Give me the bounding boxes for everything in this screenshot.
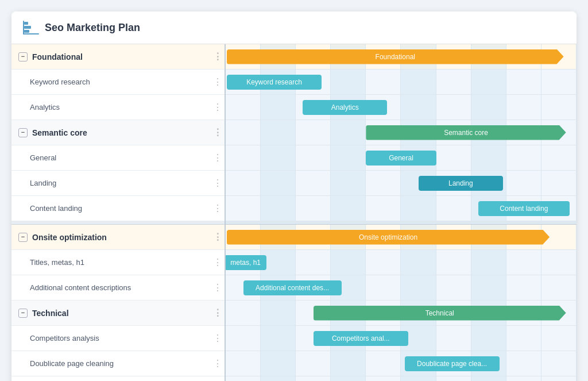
app-header: Seo Marketing Plan [11,11,577,44]
grid-line [436,196,471,221]
grid-line [331,376,366,381]
bar-keyword-research[interactable]: Keyword research [227,75,322,90]
dots-onsite[interactable]: ⋮ [211,232,225,243]
grid-line [471,145,506,170]
grid-line [541,145,577,170]
collapse-semantic-core[interactable]: − [18,128,28,137]
gantt-right-panel: Foundational Keyword r [226,44,577,381]
grid-line [541,250,577,275]
grid-line [261,95,296,120]
grid-line [436,70,471,94]
gantt-row-analytics: Analytics [226,95,577,120]
dots-additional-content[interactable]: ⋮ [211,282,225,293]
grid-lines [226,95,577,120]
grid-line [401,196,436,221]
grid-line [331,250,366,275]
row-semantic-core: − Semantic core ⋮ [11,120,225,145]
bar-content-landing[interactable]: Content landing [478,201,570,216]
dots-competitors-analysis[interactable]: ⋮ [211,333,225,344]
grid-line [401,95,436,120]
row-analytics: Analytics ⋮ [11,95,225,120]
label-onsite-optimization: Onsite optimization [32,233,211,242]
dots-foundational[interactable]: ⋮ [211,51,225,62]
label-analytics: Analytics [30,103,211,111]
row-general: General ⋮ [11,145,225,171]
grid-lines [226,376,577,381]
bar-additional-content[interactable]: Additional content des... [243,280,342,295]
grid-line [506,326,541,351]
grid-line [506,70,541,94]
collapse-onsite[interactable]: − [18,233,28,242]
bar-semantic-core[interactable]: Semantic core [366,125,566,140]
collapse-foundational[interactable]: − [18,52,28,61]
dots-technical[interactable]: ⋮ [211,307,225,318]
bar-onsite-optimization[interactable]: Onsite optimization [227,230,550,245]
grid-line [506,275,541,300]
dots-doublicate-page[interactable]: ⋮ [211,358,225,369]
grid-line [226,351,261,376]
grid-line [331,120,366,145]
grid-line [506,145,541,170]
grid-line [226,95,261,120]
svg-rect-3 [23,21,24,34]
bar-landing[interactable]: Landing [419,176,503,191]
grid-line [296,120,331,145]
bar-foundational[interactable]: Foundational [227,49,564,64]
grid-line [366,376,401,381]
grid-line [296,145,331,170]
grid-line [226,171,261,195]
bar-doublicate-page[interactable]: Doublicate page clea... [405,356,500,371]
bar-general[interactable]: General [366,151,436,166]
row-additional-content: Additional content descriptions ⋮ [11,275,225,301]
dots-keyword-research[interactable]: ⋮ [211,76,225,87]
svg-rect-2 [24,30,29,33]
grid-line [296,171,331,195]
grid-line [471,95,506,120]
gantt-row-foundational: Foundational [226,44,577,70]
app-container: Seo Marketing Plan − Foundational ⋮ Keyw… [11,11,577,381]
row-titles-metas: Titles, metas, h1 ⋮ [11,250,225,275]
grid-line [366,171,401,195]
bar-competitors-analysis[interactable]: Competitors anal... [314,331,408,346]
svg-rect-1 [24,26,31,29]
gantt-row-general: General [226,145,577,171]
grid-line [401,275,436,300]
label-competitors-analysis: Competitors analysis [30,334,211,342]
gantt-row-technical: Technical [226,301,577,326]
grid-line [226,376,261,381]
grid-line [366,196,401,221]
left-panel: − Foundational ⋮ Keyword research ⋮ Anal… [11,44,226,381]
dots-landing[interactable]: ⋮ [211,178,225,188]
grid-line [436,376,471,381]
grid-line [226,196,261,221]
row-robots-txt: Robots.txt ⋮ [11,376,225,381]
grid-line [401,376,436,381]
grid-line [471,250,506,275]
dots-content-landing[interactable]: ⋮ [211,203,225,214]
label-foundational: Foundational [32,52,211,61]
row-competitors-analysis: Competitors analysis ⋮ [11,326,225,351]
row-content-landing: Content landing ⋮ [11,196,225,221]
label-content-landing: Content landing [30,204,211,213]
app-title: Seo Marketing Plan [45,22,140,34]
collapse-technical[interactable]: − [18,309,28,318]
grid-line [261,376,296,381]
label-additional-content: Additional content descriptions [30,283,211,292]
dots-semantic-core[interactable]: ⋮ [211,127,225,138]
bar-analytics[interactable]: Analytics [303,100,387,115]
bar-technical[interactable]: Technical [314,306,566,321]
dots-titles-metas[interactable]: ⋮ [211,257,225,268]
grid-line [506,376,541,381]
bar-titles-metas[interactable]: metas, h1 [226,255,266,270]
grid-line [541,376,577,381]
grid-line [436,326,471,351]
grid-line [331,196,366,221]
gantt-row-doublicate-page: Doublicate page clea... [226,351,577,376]
dots-analytics[interactable]: ⋮ [211,102,225,113]
grid-line [226,326,261,351]
gantt-chart-icon [23,20,39,36]
grid-line [471,70,506,94]
dots-general[interactable]: ⋮ [211,152,225,163]
grid-line [506,171,541,195]
gantt-row-keyword-research: Keyword research [226,70,577,95]
